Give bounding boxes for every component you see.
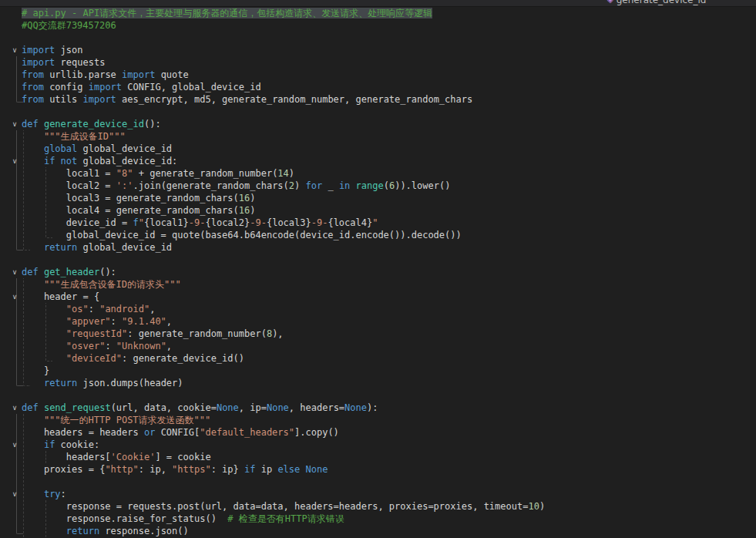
code-line[interactable]: ∨def send_request(url, data, cookie=None… — [0, 402, 756, 414]
code-token: else — [277, 464, 300, 475]
code-line[interactable]: import requests — [0, 56, 756, 69]
code-line[interactable]: local1 = "8" + generate_random_number(14… — [0, 167, 756, 180]
code-token: return — [66, 526, 99, 536]
code-line[interactable]: ∨ if cookie: — [0, 439, 756, 451]
code-line[interactable]: } — [0, 365, 756, 377]
code-line[interactable]: return json.dumps(header) — [0, 377, 756, 389]
code-line[interactable]: ∨def get_header(): — [0, 266, 756, 278]
code-token: global_device_id = quote(base64.b64encod… — [22, 230, 462, 240]
fold-chevron-icon[interactable]: ∨ — [9, 439, 20, 451]
code-line[interactable] — [0, 32, 756, 44]
code-line[interactable]: return response.json() — [0, 525, 756, 537]
fold-chevron-icon[interactable]: ∨ — [9, 402, 20, 414]
code-line[interactable] — [0, 476, 756, 488]
code-token — [22, 304, 66, 314]
code-token: global_device_id — [77, 143, 172, 154]
fold-chevron-icon[interactable]: ∨ — [9, 266, 20, 278]
code-line[interactable]: local2 = ':'.join(generate_random_chars(… — [0, 180, 756, 192]
code-token: global_device_id — [77, 242, 172, 253]
code-line[interactable]: global global_device_id — [0, 143, 756, 155]
code-token: cookie: — [55, 439, 99, 450]
code-line[interactable]: "osver": "Unknown", — [0, 340, 756, 352]
code-token: , — [166, 341, 172, 351]
code-line[interactable]: ∨ try: — [0, 488, 756, 500]
code-line[interactable]: ∨def generate_device_id(): — [0, 118, 756, 130]
fold-chevron-icon[interactable]: ∨ — [9, 155, 20, 167]
code-line[interactable]: ∨ if not global_device_id: — [0, 155, 756, 167]
code-token — [39, 402, 44, 413]
code-line[interactable]: from config import CONFIG, global_device… — [0, 81, 756, 93]
code-token: -9- — [250, 217, 267, 228]
fold-chevron-icon[interactable]: ∨ — [9, 44, 20, 56]
code-token: global — [44, 143, 77, 154]
code-token: response = requests.post(url, data=data,… — [22, 501, 528, 512]
code-token: import — [89, 82, 122, 92]
code-line[interactable] — [0, 254, 756, 266]
code-line[interactable] — [0, 389, 756, 402]
code-line[interactable]: #QQ交流群739457206 — [0, 19, 756, 32]
code-token: None — [306, 464, 328, 475]
code-token: , — [166, 316, 172, 327]
code-token: # 检查是否有HTTP请求错误 — [227, 513, 344, 524]
code-token: local2 = — [22, 180, 116, 191]
code-token: global_device_id: — [77, 156, 177, 166]
code-line[interactable]: headers = headers or CONFIG["default_hea… — [0, 426, 756, 439]
code-token: ].copy() — [294, 427, 339, 438]
code-line[interactable]: local4 = generate_random_chars(16) — [0, 204, 756, 217]
code-token — [22, 341, 66, 351]
code-line[interactable]: "appver": "9.1.40", — [0, 315, 756, 328]
code-line[interactable]: "deviceId": generate_device_id() — [0, 352, 756, 365]
code-token: in — [339, 180, 350, 191]
code-token: ':' — [116, 180, 133, 191]
code-line[interactable]: local3 = generate_random_chars(16) — [0, 192, 756, 204]
code-token: {local3} — [267, 217, 311, 228]
code-line[interactable]: "requestId": generate_random_number(8), — [0, 328, 756, 340]
code-area[interactable]: # api.py - API请求文件，主要处理与服务器的通信，包括构造请求、发送… — [0, 7, 756, 538]
code-token: } — [22, 365, 49, 376]
fold-chevron-icon[interactable]: ∨ — [9, 488, 20, 500]
code-token: -9- — [311, 217, 328, 228]
code-token: , headers= — [289, 402, 344, 413]
code-token — [55, 156, 60, 166]
code-token: : generate_random_number( — [127, 328, 267, 339]
code-token: : — [111, 316, 122, 327]
code-line[interactable]: """生成包含设备ID的请求头""" — [0, 278, 756, 291]
code-token — [22, 143, 44, 154]
code-token: try — [44, 489, 61, 499]
code-token: "http" — [105, 464, 138, 475]
code-line[interactable]: from utils import aes_encrypt, md5, gene… — [0, 93, 756, 106]
code-line[interactable]: """统一的HTTP POST请求发送函数""" — [0, 414, 756, 426]
code-token: import — [22, 45, 55, 55]
code-token: f — [133, 217, 139, 228]
code-token: "https" — [172, 464, 211, 475]
code-token: "appver" — [66, 316, 111, 327]
code-token: : generate_device_id() — [122, 353, 244, 364]
code-token: if — [44, 156, 55, 166]
code-token — [22, 328, 66, 339]
code-line[interactable]: """生成设备ID""" — [0, 130, 756, 143]
code-token: ] = cookie — [155, 452, 210, 462]
code-line[interactable]: response = requests.post(url, data=data,… — [0, 500, 756, 513]
code-token: 16 — [239, 193, 250, 203]
fold-chevron-icon[interactable]: ∨ — [9, 118, 20, 130]
code-line[interactable]: headers['Cookie'] = cookie — [0, 451, 756, 463]
code-line[interactable]: device_id = f"{local1}-9-{local2}-9-{loc… — [0, 217, 756, 229]
code-token: local3 = generate_random_chars( — [22, 193, 239, 203]
code-line[interactable]: "os": "android", — [0, 303, 756, 315]
code-line[interactable]: global_device_id = quote(base64.b64encod… — [0, 229, 756, 241]
breadcrumb-symbol[interactable]: ◈ generate_device_id — [607, 0, 706, 5]
code-line[interactable]: proxies = {"http": ip, "https": ip} if i… — [0, 463, 756, 476]
code-line[interactable]: ∨ header = { — [0, 291, 756, 303]
code-token: "default_headers" — [200, 427, 294, 438]
code-line[interactable] — [0, 106, 756, 118]
code-line[interactable]: response.raise_for_status() # 检查是否有HTTP请… — [0, 513, 756, 525]
code-line[interactable]: from urllib.parse import quote — [0, 69, 756, 81]
code-token: 14 — [277, 168, 288, 179]
code-line[interactable]: return global_device_id — [0, 241, 756, 254]
code-line[interactable]: ∨import json — [0, 44, 756, 56]
code-line[interactable]: # api.py - API请求文件，主要处理与服务器的通信，包括构造请求、发送… — [0, 7, 756, 19]
code-token — [350, 180, 355, 191]
fold-chevron-icon[interactable]: ∨ — [9, 291, 20, 303]
code-token: {local2} — [205, 217, 250, 228]
code-token: response.raise_for_status() — [22, 513, 227, 524]
